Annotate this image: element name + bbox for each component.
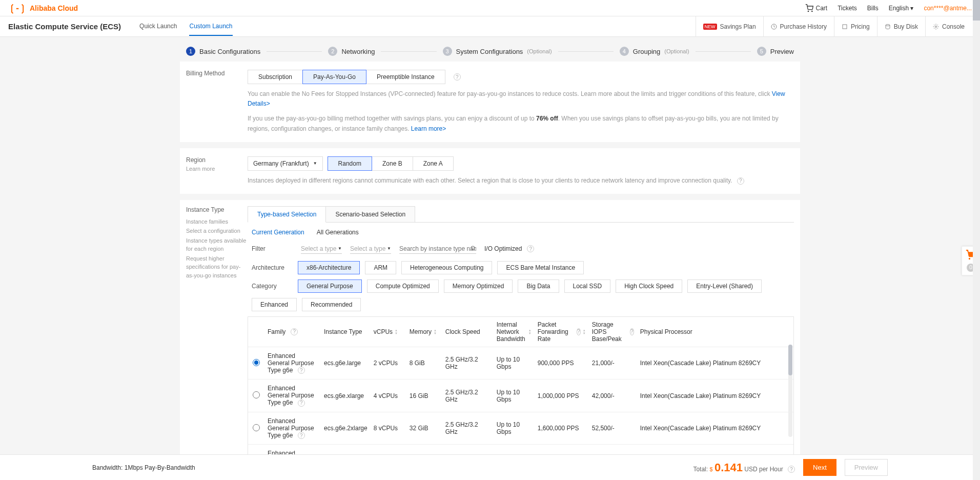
sort-icon[interactable]: ▲▼ [395, 329, 398, 335]
cell-type: ecs.g6e.2xlarge [321, 412, 371, 445]
sidebar-link[interactable]: Request higher specifications for pay-as… [186, 254, 248, 280]
help-icon[interactable]: ? [298, 367, 305, 374]
cell-bw: Up to 10 Gbps [494, 412, 535, 445]
cell-type: ecs.g6e.large [321, 347, 371, 379]
io-optimized-toggle[interactable]: I/O Optimized ? [484, 245, 534, 252]
bills-link[interactable]: Bills [867, 5, 879, 12]
preview-button[interactable]: Preview [845, 459, 888, 476]
cart-icon [805, 4, 813, 12]
cell-vcpu: 4 vCPUs [371, 379, 406, 412]
svg-point-5 [935, 26, 936, 27]
help-icon[interactable]: ? [788, 466, 795, 473]
table-row[interactable]: Enhanced General Purpose Type g6e ? ecs.… [248, 412, 793, 445]
help-icon[interactable]: ? [454, 73, 461, 81]
arch-bare-metal[interactable]: ECS Bare Metal Instance [497, 261, 584, 274]
help-icon[interactable]: ? [291, 328, 298, 335]
language-selector[interactable]: English ▾ [889, 5, 914, 12]
wizard-steps: 1Basic Configurations 2Networking 3Syste… [180, 41, 800, 62]
tab-current-gen[interactable]: Current Generation [252, 229, 304, 236]
help-icon[interactable]: ? [577, 328, 581, 335]
sort-icon[interactable]: ▲▼ [434, 329, 437, 335]
help-icon[interactable]: ? [298, 432, 305, 439]
search-input[interactable] [399, 244, 476, 254]
next-button[interactable]: Next [803, 459, 836, 476]
step-grouping[interactable]: 4Grouping (Optional) [620, 47, 689, 56]
tab-type-based[interactable]: Type-based Selection [248, 206, 326, 223]
row-radio[interactable] [253, 391, 260, 398]
cell-proc: Intel Xeon(Cascade Lake) Platinum 8269CY [637, 347, 793, 379]
cat-compute[interactable]: Compute Optimized [367, 279, 439, 293]
sidebar-link[interactable]: Instance types available for each region [186, 236, 248, 253]
table-scrollbar[interactable] [788, 345, 792, 437]
arch-heterogeneous[interactable]: Heterogeneous Computing [401, 261, 492, 274]
cat-localssd[interactable]: Local SSD [564, 279, 611, 293]
savings-plan-button[interactable]: NEW Savings Plan [696, 16, 763, 37]
cell-iops: 21,000/- [589, 347, 637, 379]
filter-memory-select[interactable]: Select a type▼ [350, 244, 391, 254]
row-radio[interactable] [253, 424, 260, 431]
tab-quick-launch[interactable]: Quick Launch [139, 17, 177, 36]
purchase-history-button[interactable]: Purchase History [763, 16, 834, 37]
zone-a[interactable]: Zone A [413, 156, 454, 171]
row-radio[interactable] [253, 359, 260, 366]
zone-random[interactable]: Random [328, 156, 372, 171]
cell-bw: Up to 10 Gbps [494, 379, 535, 412]
brand-logo[interactable]: ❲-❳ Alibaba Cloud [8, 3, 78, 14]
step-preview[interactable]: 5Preview [757, 47, 794, 56]
page-scrollbar[interactable] [973, 0, 980, 480]
cell-proc: Intel Xeon(Cascade Lake) Platinum 8269CY [637, 379, 793, 412]
filter-vcpu-select[interactable]: Select a type▼ [301, 244, 342, 254]
learn-more-link[interactable]: Learn more> [411, 125, 446, 132]
cell-vcpu: 8 vCPUs [371, 412, 406, 445]
cell-mem: 8 GiB [406, 347, 442, 379]
svg-point-6 [471, 246, 475, 250]
clock-icon [771, 24, 777, 30]
table-row[interactable]: Enhanced General Purpose Type g6e ? ecs.… [248, 347, 793, 379]
help-icon[interactable]: ? [527, 245, 534, 252]
billing-subscription[interactable]: Subscription [248, 70, 303, 84]
cat-recommended[interactable]: Recommended [302, 298, 361, 311]
tab-scenario-based[interactable]: Scenario-based Selection [325, 206, 415, 222]
step-system[interactable]: 3System Configurations (Optional) [443, 47, 552, 56]
cat-general[interactable]: General Purpose [298, 279, 362, 293]
step-basic[interactable]: 1Basic Configurations [186, 47, 260, 56]
help-icon[interactable]: ? [737, 177, 744, 185]
zone-b[interactable]: Zone B [372, 156, 413, 171]
user-menu[interactable]: con****@antme... [924, 5, 972, 12]
region-select[interactable]: Germany (Frankfurt) ▼ [248, 156, 323, 171]
tab-all-gen[interactable]: All Generations [317, 229, 359, 236]
billing-payg[interactable]: Pay-As-You-Go [302, 70, 366, 84]
buy-disk-button[interactable]: Buy Disk [877, 16, 925, 37]
sidebar-link[interactable]: Instance families [186, 217, 248, 226]
step-networking[interactable]: 2Networking [328, 47, 375, 56]
cart-link[interactable]: Cart [805, 4, 827, 12]
cell-pps: 1,000,000 PPS [535, 379, 589, 412]
tab-custom-launch[interactable]: Custom Launch [189, 17, 232, 36]
cat-enhanced[interactable]: Enhanced [252, 298, 297, 311]
help-icon[interactable]: ? [298, 399, 305, 407]
billing-card: Billing Method Subscription Pay-As-You-G… [180, 62, 800, 142]
cat-memory[interactable]: Memory Optimized [444, 279, 513, 293]
arch-x86[interactable]: x86-Architecture [298, 261, 360, 274]
cell-pps: 1,600,000 PPS [535, 412, 589, 445]
tickets-link[interactable]: Tickets [838, 5, 857, 12]
help-icon[interactable]: ? [630, 328, 634, 335]
arch-arm[interactable]: ARM [365, 261, 396, 274]
sidebar-link[interactable]: Select a configuration [186, 227, 248, 235]
svg-rect-3 [843, 25, 847, 29]
sort-icon[interactable]: ▲▼ [528, 329, 532, 335]
chevron-down-icon: ▼ [313, 161, 317, 166]
cat-bigdata[interactable]: Big Data [518, 279, 559, 293]
billing-method-group: Subscription Pay-As-You-Go Preemptible I… [248, 70, 445, 84]
billing-hint-2: If you use the pay-as-you-go billing met… [248, 114, 794, 133]
table-row[interactable]: Enhanced General Purpose Type g6e ? ecs.… [248, 379, 793, 412]
region-learn-more[interactable]: Learn more [186, 166, 248, 172]
billing-preemptible[interactable]: Preemptible Instance [366, 70, 445, 84]
topbar-right: Cart Tickets Bills English ▾ con****@ant… [805, 4, 972, 12]
console-button[interactable]: Console [925, 16, 972, 37]
sort-icon[interactable]: ▲▼ [583, 329, 586, 335]
pricing-button[interactable]: Pricing [834, 16, 877, 37]
cell-clock: 2.5 GHz/3.2 GHz [442, 347, 494, 379]
cat-entry[interactable]: Entry-Level (Shared) [687, 279, 762, 293]
cat-clock[interactable]: High Clock Speed [616, 279, 682, 293]
